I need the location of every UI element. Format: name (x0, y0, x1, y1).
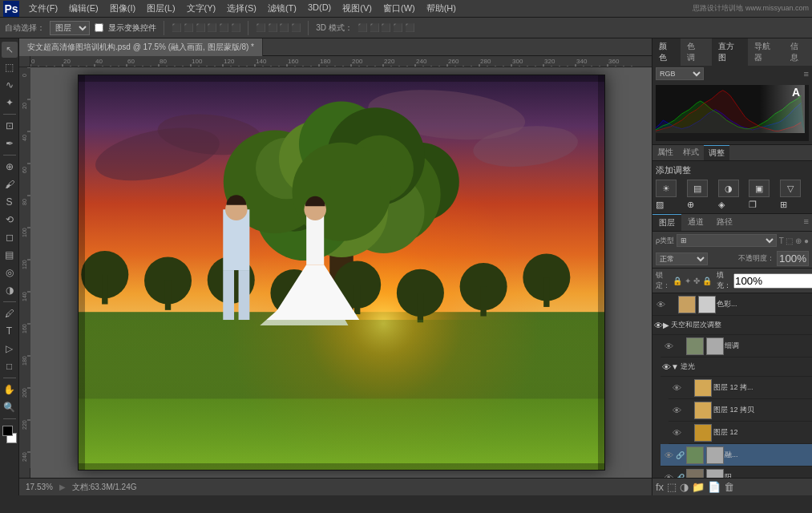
tool-text[interactable]: T (2, 323, 18, 339)
adj-colorbalance[interactable]: ⊕ (687, 200, 716, 210)
blend-mode-select[interactable]: 正常 (656, 252, 708, 265)
adj-exposure[interactable]: ▣ (749, 180, 770, 197)
eye-icon-backlight[interactable]: 👁 (662, 362, 671, 372)
tool-spot-heal[interactable]: ⊕ (2, 159, 18, 175)
auto-select-dropdown[interactable]: 图层 (50, 21, 90, 35)
layer-item-fine-adj[interactable]: 👁 细调 (661, 335, 812, 357)
layer-name-l12c2: 图层 12 拷... (713, 382, 810, 393)
lock-icon-4[interactable]: 🔒 (702, 277, 712, 285)
fill-input[interactable] (733, 273, 812, 289)
layer-item-layer12copy[interactable]: 👁 图层 12 拷贝 (669, 399, 812, 422)
eye-icon-group-sky[interactable]: 👁 (654, 321, 663, 330)
menu-help[interactable]: 帮助(H) (422, 1, 461, 16)
tab-info[interactable]: 信息 (784, 38, 812, 66)
tool-blur[interactable]: ◎ (2, 265, 18, 281)
tool-eyedropper[interactable]: ✒ (2, 135, 18, 151)
tool-sep-3 (3, 301, 16, 302)
channel-select[interactable]: RGB (656, 67, 704, 80)
group-header-sky[interactable]: 👁 ▶ 天空和层次调整 (652, 316, 812, 335)
layer-item-layer12[interactable]: 👁 图层 12 (669, 422, 812, 444)
layer-item-merge[interactable]: 👁 🔗 融... (661, 444, 812, 467)
tab-tone[interactable]: 色调 (681, 38, 709, 66)
adj-brightness[interactable]: ☀ (656, 180, 677, 197)
tab-layers[interactable]: 图层 (652, 214, 681, 231)
foreground-color[interactable] (2, 426, 13, 436)
tab-style[interactable]: 样式 (678, 145, 704, 160)
tab-channels[interactable]: 通道 (681, 214, 710, 231)
adj-photo-filter[interactable]: ❐ (749, 200, 778, 210)
layer-item-layer12copy2[interactable]: 👁 图层 12 拷... (669, 377, 812, 399)
layer-item-sun[interactable]: 👁 🔗 阳... (661, 467, 812, 478)
histogram-options[interactable]: ≡ (804, 69, 809, 79)
main-canvas[interactable] (78, 75, 605, 471)
menu-view[interactable]: 视图(V) (337, 1, 377, 16)
new-layer-icon[interactable]: 📄 (708, 481, 721, 493)
tab-attributes[interactable]: 属性 (652, 145, 678, 160)
menu-filter[interactable]: 滤镜(T) (263, 1, 301, 16)
eye-icon-l12[interactable]: 👁 (670, 428, 683, 438)
add-style-icon[interactable]: fx (656, 481, 664, 493)
layer-kind-select[interactable]: ⊞ (677, 234, 777, 247)
tool-hand[interactable]: ✋ (2, 382, 18, 398)
lock-icon-1[interactable]: 🔒 (673, 277, 682, 285)
delete-layer-icon[interactable]: 🗑 (724, 481, 734, 493)
eye-icon-l12c[interactable]: 👁 (670, 406, 683, 415)
eye-icon-merge[interactable]: 👁 (662, 450, 675, 460)
layer-item-color-adj[interactable]: 👁 色彩... (652, 293, 812, 316)
add-adjustment-icon[interactable]: ◑ (680, 481, 689, 493)
group-name-sky: 天空和层次调整 (671, 320, 721, 330)
tool-path[interactable]: ▷ (2, 341, 18, 357)
lock-icon-3[interactable]: ✤ (693, 277, 700, 285)
eye-icon-1[interactable]: 👁 (654, 300, 667, 309)
tool-eraser[interactable]: ◻ (2, 229, 18, 245)
tab-paths[interactable]: 路径 (710, 214, 739, 231)
tab-color[interactable]: 颜色 (652, 38, 681, 66)
adj-levels[interactable]: ▤ (687, 180, 708, 197)
eye-icon-fine[interactable]: 👁 (662, 341, 675, 351)
panel-tabs-top: 颜色 色调 直方图 导航器 信息 (652, 38, 812, 66)
menu-image[interactable]: 图像(I) (105, 1, 140, 16)
tool-gradient[interactable]: ▤ (2, 247, 18, 263)
layers-options[interactable]: ≡ (801, 214, 812, 231)
tool-brush[interactable]: 🖌 (2, 176, 18, 192)
tool-wand[interactable]: ✦ (2, 95, 18, 111)
opacity-input[interactable] (777, 251, 809, 266)
menu-edit[interactable]: 编辑(E) (64, 1, 103, 16)
group-header-backlight[interactable]: 👁 ▼ 逆光 (661, 357, 812, 377)
show-transform-checkbox[interactable] (95, 23, 103, 32)
tool-marquee[interactable]: ⬚ (2, 59, 18, 75)
tool-lasso[interactable]: ∿ (2, 77, 18, 93)
adj-channel-mixer[interactable]: ⊞ (780, 200, 809, 210)
adj-hsl[interactable]: ▨ (656, 200, 685, 210)
adj-bw[interactable]: ◈ (718, 200, 747, 210)
status-bar: 17.53% ▶ 文档:63.3M/1.24G (19, 478, 652, 495)
eye-icon-l12c2[interactable]: 👁 (670, 383, 683, 393)
tool-pen[interactable]: 🖊 (2, 305, 18, 321)
menu-text[interactable]: 文字(Y) (182, 1, 221, 16)
lock-icon-2[interactable]: ✦ (685, 277, 691, 285)
tab-histogram[interactable]: 直方图 (712, 38, 748, 66)
canvas-container[interactable] (30, 67, 652, 478)
tool-move[interactable]: ↖ (2, 42, 18, 58)
tool-crop[interactable]: ⊡ (2, 118, 18, 134)
tab-navigator[interactable]: 导航器 (748, 38, 784, 66)
tool-shape[interactable]: □ (2, 358, 18, 374)
menu-layer[interactable]: 图层(L) (142, 1, 180, 16)
menu-window[interactable]: 窗口(W) (378, 1, 420, 16)
adj-curves[interactable]: ◑ (718, 180, 739, 197)
tool-dodge[interactable]: ◑ (2, 282, 18, 298)
link-merge[interactable]: 🔗 (675, 451, 685, 459)
tool-zoom[interactable]: 🔍 (2, 399, 18, 415)
canvas-wrapper (19, 67, 652, 478)
adjustment-icons-row2: ▨ ⊕ ◈ ❐ ⊞ (656, 200, 809, 210)
menu-select[interactable]: 选择(S) (222, 1, 261, 16)
menu-file[interactable]: 文件(F) (24, 1, 63, 16)
menu-3d[interactable]: 3D(D) (303, 1, 336, 16)
adj-vibrance[interactable]: ▽ (780, 180, 801, 197)
add-mask-icon[interactable]: ⬚ (667, 481, 677, 493)
tool-history[interactable]: ⟲ (2, 212, 18, 228)
new-group-icon[interactable]: 📁 (692, 481, 705, 493)
document-tab[interactable]: 安文超高清修图培训机构.psd @ 17.5% (融入画面, 图层蒙版/8) * (19, 38, 263, 56)
tool-stamp[interactable]: S (2, 194, 18, 210)
tab-adjustments[interactable]: 调整 (704, 145, 729, 160)
